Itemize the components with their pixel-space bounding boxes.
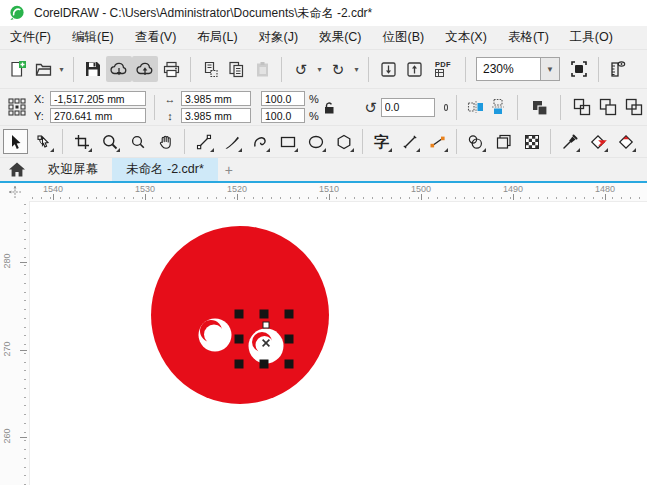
menu-file[interactable]: 文件(F) bbox=[10, 29, 51, 46]
horizontal-ruler[interactable]: 1540153015201510150014901480 bbox=[29, 183, 647, 201]
undo-dropdown[interactable]: ▾ bbox=[314, 56, 325, 82]
paste-button[interactable] bbox=[249, 56, 275, 82]
pick-tool[interactable] bbox=[3, 129, 28, 154]
selection-handle[interactable] bbox=[235, 310, 244, 319]
selection-handle[interactable] bbox=[235, 360, 244, 369]
menu-object[interactable]: 对象(J) bbox=[259, 29, 299, 46]
pan-tool[interactable] bbox=[153, 129, 178, 154]
scale-y-field[interactable] bbox=[261, 108, 305, 123]
copy-button[interactable] bbox=[223, 56, 249, 82]
contour-tool[interactable] bbox=[491, 129, 516, 154]
tab-welcome-screen[interactable]: 欢迎屏幕 bbox=[34, 158, 112, 181]
ruler-tick bbox=[446, 197, 447, 199]
cloud-upload-button[interactable] bbox=[132, 56, 158, 82]
ruler-tick bbox=[32, 197, 33, 199]
artistic-media-tool[interactable] bbox=[219, 129, 244, 154]
undo-button[interactable]: ↺ bbox=[288, 56, 314, 82]
object-height-field[interactable] bbox=[181, 108, 251, 123]
drop-shadow-tool[interactable] bbox=[463, 129, 488, 154]
selection-handle[interactable] bbox=[235, 335, 244, 344]
eyedropper-tool[interactable] bbox=[557, 129, 582, 154]
show-rulers-button[interactable] bbox=[605, 56, 631, 82]
object-width-field[interactable] bbox=[181, 91, 251, 106]
interactive-fill-tool[interactable] bbox=[585, 129, 610, 154]
menu-table[interactable]: 表格(T) bbox=[508, 29, 549, 46]
tab-untitled-document[interactable]: 未命名 -2.cdr* bbox=[112, 158, 218, 181]
ruler-h-label: 1510 bbox=[319, 184, 339, 194]
cut-button[interactable] bbox=[197, 56, 223, 82]
ellipse-node[interactable] bbox=[263, 322, 269, 328]
menu-edit[interactable]: 编辑(E) bbox=[72, 29, 114, 46]
ruler-origin-button[interactable] bbox=[0, 183, 29, 201]
cloud-download-button[interactable] bbox=[106, 56, 132, 82]
rectangle-tool[interactable] bbox=[275, 129, 300, 154]
x-position-field[interactable] bbox=[50, 91, 146, 106]
open-dropdown[interactable]: ▾ bbox=[56, 56, 67, 82]
selection-handle[interactable] bbox=[285, 360, 294, 369]
menu-effects[interactable]: 效果(C) bbox=[319, 29, 361, 46]
selection-handle[interactable] bbox=[285, 335, 294, 344]
menu-layout[interactable]: 布局(L) bbox=[197, 29, 237, 46]
lock-ratio-button[interactable] bbox=[319, 94, 339, 120]
new-tab-button[interactable]: + bbox=[218, 158, 240, 181]
redo-dropdown[interactable]: ▾ bbox=[351, 56, 362, 82]
ruler-tick bbox=[418, 197, 419, 199]
selection-handle[interactable] bbox=[285, 310, 294, 319]
open-button[interactable] bbox=[30, 56, 56, 82]
shape-tool[interactable] bbox=[31, 129, 56, 154]
polygon-tool[interactable] bbox=[331, 129, 356, 154]
smart-fill-tool[interactable] bbox=[613, 129, 638, 154]
menu-tools[interactable]: 工具(O) bbox=[570, 29, 613, 46]
ruler-v-label: 260 bbox=[2, 426, 12, 446]
ruler-tick bbox=[244, 197, 245, 199]
vertical-ruler[interactable]: 280270260 bbox=[0, 201, 29, 485]
ruler-tick bbox=[24, 397, 26, 398]
zoom-level-combobox[interactable]: 230% ▼ bbox=[476, 57, 560, 81]
home-button[interactable] bbox=[0, 158, 34, 181]
ruler-tick bbox=[464, 197, 465, 199]
ruler-major-tick bbox=[20, 437, 27, 438]
drawing-canvas[interactable] bbox=[29, 201, 647, 485]
publish-pdf-button[interactable]: PDF bbox=[427, 56, 459, 82]
text-tool[interactable]: 字 bbox=[369, 129, 394, 154]
dimension-tool[interactable] bbox=[397, 129, 422, 154]
trim-button[interactable] bbox=[595, 94, 621, 120]
pdf-label: PDF bbox=[435, 61, 451, 69]
menu-text[interactable]: 文本(X) bbox=[445, 29, 487, 46]
rotation-angle-field[interactable] bbox=[381, 98, 435, 117]
ruler-tick bbox=[24, 213, 26, 214]
y-position-field[interactable] bbox=[50, 108, 146, 123]
object-width-icon: ↔ bbox=[163, 93, 177, 105]
scale-x-field[interactable] bbox=[261, 91, 305, 106]
export-button[interactable] bbox=[401, 56, 427, 82]
ruler-tick bbox=[225, 197, 226, 199]
zoom-out-tool[interactable] bbox=[125, 129, 150, 154]
connector-tool[interactable] bbox=[425, 129, 450, 154]
new-document-button[interactable] bbox=[4, 56, 30, 82]
mirror-vertical-button[interactable] bbox=[487, 94, 509, 120]
ruler-major-tick bbox=[145, 194, 146, 200]
freehand-tool[interactable] bbox=[191, 129, 216, 154]
intersect-button[interactable] bbox=[621, 94, 647, 120]
pen-tool[interactable] bbox=[247, 129, 272, 154]
menu-view[interactable]: 查看(V) bbox=[135, 29, 177, 46]
object-position-grid-icon[interactable] bbox=[4, 94, 30, 120]
redo-button[interactable]: ↻ bbox=[325, 56, 351, 82]
crop-tool[interactable] bbox=[69, 129, 94, 154]
selection-handle[interactable] bbox=[260, 310, 269, 319]
mirror-horizontal-button[interactable] bbox=[465, 94, 487, 120]
ruler-tick bbox=[24, 318, 26, 319]
zoom-combo-caret[interactable]: ▼ bbox=[540, 58, 559, 80]
zoom-tool[interactable] bbox=[97, 129, 122, 154]
print-button[interactable] bbox=[158, 56, 184, 82]
fullscreen-preview-button[interactable] bbox=[566, 56, 592, 82]
ruler-tick bbox=[409, 197, 410, 199]
ellipse-tool[interactable] bbox=[303, 129, 328, 154]
menu-bitmaps[interactable]: 位图(B) bbox=[383, 29, 425, 46]
selection-handle[interactable] bbox=[260, 360, 269, 369]
order-button[interactable] bbox=[526, 94, 552, 120]
save-button[interactable] bbox=[80, 56, 106, 82]
transparency-tool[interactable] bbox=[519, 129, 544, 154]
weld-button[interactable] bbox=[569, 94, 595, 120]
import-button[interactable] bbox=[375, 56, 401, 82]
